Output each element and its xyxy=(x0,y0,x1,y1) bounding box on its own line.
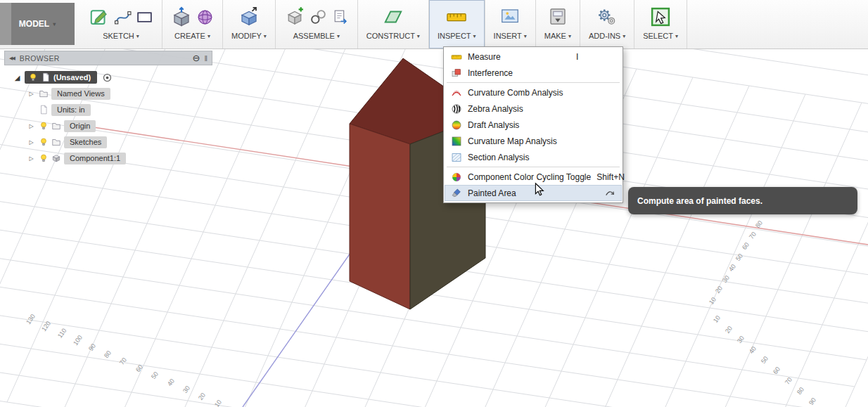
repeat-arrow-icon xyxy=(604,188,615,199)
toolbar-group-construct[interactable]: CONSTRUCT▾ xyxy=(358,0,429,49)
caret-down-icon: ▾ xyxy=(524,33,527,39)
browser-item-label[interactable]: Component1:1 xyxy=(64,153,126,164)
insert-icon xyxy=(499,6,521,27)
browser-tree: ◢(Unsaved)▷Named ViewsUnits: in▷Origin▷S… xyxy=(4,65,212,165)
browser-item-label[interactable]: Sketches xyxy=(64,136,107,148)
painted-area-icon xyxy=(451,188,462,199)
toolbar-group-label: MODIFY▾ xyxy=(231,32,267,40)
expand-arrow-icon[interactable]: ▷ xyxy=(27,123,36,129)
caret-down-icon: ▾ xyxy=(264,33,267,39)
tooltip: Compute area of painted faces. xyxy=(628,187,857,214)
menu-item-zebra-analysis[interactable]: Zebra Analysis xyxy=(445,101,622,117)
bulb-icon xyxy=(39,153,49,163)
browser-row-unsaved[interactable]: ◢(Unsaved) xyxy=(4,70,212,84)
joint-icon xyxy=(309,8,327,26)
active-document-pill[interactable]: (Unsaved) xyxy=(25,71,97,84)
bulb-icon xyxy=(39,121,49,131)
construct-plane-icon xyxy=(383,6,404,27)
toolbar-group-add-ins[interactable]: ADD-INS▾ xyxy=(580,0,634,49)
curvature-comb-icon xyxy=(451,87,462,98)
toolbar-group-insert[interactable]: INSERT▾ xyxy=(485,0,536,49)
folder-icon xyxy=(51,137,61,147)
menu-item-curvature-map-analysis[interactable]: Curvature Map Analysis xyxy=(445,133,622,149)
browser-item-label[interactable]: Origin xyxy=(64,120,96,132)
toolbar-group-sketch[interactable]: SKETCH▾ xyxy=(80,0,162,49)
workspace-switcher[interactable]: MODEL ▾ xyxy=(0,3,75,45)
browser-row-named-views[interactable]: ▷Named Views xyxy=(4,86,212,101)
form-sphere-icon xyxy=(196,8,214,26)
toolbar-group-assemble[interactable]: ASSEMBLE▾ xyxy=(276,0,358,49)
collapse-panel-icon[interactable]: ◀◀ xyxy=(9,56,14,61)
panel-grip-icon[interactable]: ‖ xyxy=(204,54,208,63)
caret-down-icon: ▾ xyxy=(136,33,139,39)
extrude-icon xyxy=(171,6,192,27)
browser-panel: ◀◀ BROWSER ⊖ ‖ ◢(Unsaved)▷Named ViewsUni… xyxy=(4,51,212,165)
browser-row-origin[interactable]: ▷Origin xyxy=(4,119,212,133)
caret-down-icon: ▾ xyxy=(473,33,476,39)
measure-icon xyxy=(446,6,467,27)
toolbar-group-label: INSERT▾ xyxy=(494,32,527,40)
toolbar-group-label: SELECT▾ xyxy=(643,32,678,40)
folder-icon xyxy=(39,89,49,98)
color-cycling-icon xyxy=(451,172,462,183)
toolbar-groups: SKETCH▾CREATE▾MODIFY▾ASSEMBLE▾CONSTRUCT▾… xyxy=(80,0,687,49)
toolbar-group-select[interactable]: SELECT▾ xyxy=(634,0,687,49)
menu-item-measure[interactable]: MeasureI xyxy=(445,49,622,65)
model-front-face xyxy=(350,124,410,309)
browser-row-units-in[interactable]: Units: in xyxy=(4,103,212,117)
menu-item-draft-analysis[interactable]: Draft Analysis xyxy=(445,117,622,133)
expand-arrow-icon[interactable]: ▷ xyxy=(27,155,36,162)
make-icon xyxy=(547,6,568,27)
draft-icon xyxy=(451,119,462,131)
toolbar-group-modify[interactable]: MODIFY▾ xyxy=(223,0,276,49)
toolbar-group-label: SKETCH▾ xyxy=(103,32,139,40)
toolbar-group-label: CREATE▾ xyxy=(174,32,210,40)
caret-down-icon: ▾ xyxy=(53,21,56,27)
browser-row-component1-1[interactable]: ▷Component1:1 xyxy=(4,151,212,165)
minimize-panel-icon[interactable]: ⊖ xyxy=(193,53,200,63)
section-icon xyxy=(451,152,462,163)
bulb-icon xyxy=(39,137,49,147)
browser-item-label[interactable]: Units: in xyxy=(51,104,91,116)
browser-item-label[interactable]: Named Views xyxy=(51,88,110,100)
select-icon xyxy=(650,6,671,27)
toolbar-group-create[interactable]: CREATE▾ xyxy=(162,0,223,49)
document-icon xyxy=(39,105,49,115)
menu-item-painted-area[interactable]: Painted Area xyxy=(445,185,622,201)
caret-down-icon: ▾ xyxy=(568,33,571,39)
toolbar-group-inspect[interactable]: INSPECT▾ xyxy=(429,0,485,49)
menu-item-section-analysis[interactable]: Section Analysis xyxy=(445,149,622,165)
toolbar: MODEL ▾ SKETCH▾CREATE▾MODIFY▾ASSEMBLE▾CO… xyxy=(0,0,868,49)
document-icon xyxy=(41,72,51,82)
menu-item-component-color-cycling-toggle[interactable]: Component Color Cycling ToggleShift+N xyxy=(445,169,622,185)
press-pull-icon xyxy=(238,6,260,27)
menu-item-curvature-comb-analysis[interactable]: Curvature Comb Analysis xyxy=(445,84,622,101)
measure-icon xyxy=(451,51,462,63)
browser-header[interactable]: ◀◀ BROWSER ⊖ ‖ xyxy=(4,51,212,65)
expand-arrow-icon[interactable]: ▷ xyxy=(27,91,36,97)
curvature-map-icon xyxy=(451,136,462,147)
activate-radio-icon xyxy=(102,72,113,83)
menu-separator xyxy=(447,167,620,167)
interference-icon xyxy=(451,67,462,79)
expand-arrow-icon[interactable]: ▷ xyxy=(27,139,36,146)
browser-row-sketches[interactable]: ▷Sketches xyxy=(4,135,212,149)
inspect-dropdown-menu: MeasureIInterferenceCurvature Comb Analy… xyxy=(443,46,623,203)
spline-icon xyxy=(114,8,132,26)
toolbar-group-make[interactable]: MAKE▾ xyxy=(536,0,580,49)
capture-position-icon xyxy=(331,8,349,26)
workspace-label: MODEL xyxy=(19,19,49,29)
addins-icon xyxy=(596,6,618,27)
toolbar-group-label: CONSTRUCT▾ xyxy=(366,32,420,40)
caret-down-icon: ▾ xyxy=(623,33,625,39)
expand-arrow-icon[interactable]: ◢ xyxy=(13,74,22,82)
toolbar-group-label: MAKE▾ xyxy=(544,32,571,40)
menu-item-interference[interactable]: Interference xyxy=(445,65,622,81)
document-name: (Unsaved) xyxy=(53,73,91,82)
caret-down-icon: ▾ xyxy=(337,33,340,39)
fusion-window: 1301201101009080706050403020108070605040… xyxy=(0,0,868,407)
component-icon xyxy=(51,153,61,163)
new-component-icon xyxy=(284,6,305,27)
caret-down-icon: ▾ xyxy=(417,33,420,39)
toolbar-group-label: ADD-INS▾ xyxy=(589,32,625,40)
